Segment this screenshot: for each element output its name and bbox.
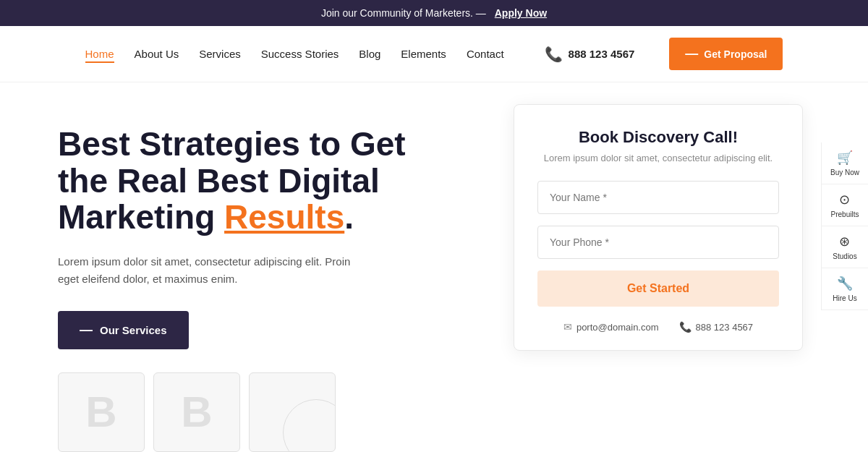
right-sidebar: 🛒 Buy Now ⊙ Prebuilts ⊛ Studios 🔧 Hire U… (821, 142, 868, 310)
name-input[interactable] (537, 181, 779, 214)
get-started-button[interactable]: Get Started (537, 270, 779, 307)
sidebar-prebuilts-label: Prebuilts (831, 210, 859, 218)
form-footer: ✉ porto@domain.com 📞 888 123 4567 (537, 321, 779, 333)
hero-title: Best Strategies to Get the Real Best Dig… (58, 126, 441, 236)
services-dash: — (80, 323, 93, 338)
sidebar-studios-label: Studios (833, 252, 856, 260)
cart-icon: 🛒 (837, 150, 853, 166)
our-services-button[interactable]: — Our Services (58, 311, 189, 349)
sidebar-buy-label: Buy Now (830, 169, 859, 176)
phone-icon: 📞 (545, 46, 563, 63)
footer-phone-text: 888 123 4567 (696, 322, 754, 333)
services-label: Our Services (100, 324, 167, 336)
email-icon: ✉ (563, 321, 572, 333)
navbar: Home About Us Services Success Stories B… (0, 26, 868, 82)
footer-email: ✉ porto@domain.com (563, 321, 659, 333)
footer-email-text: porto@domain.com (576, 322, 659, 333)
footer-phone-icon: 📞 (679, 321, 692, 333)
nav-success[interactable]: Success Stories (261, 48, 339, 60)
sidebar-studios[interactable]: ⊛ Studios (822, 226, 868, 268)
thumb-3 (249, 372, 336, 452)
thumb-letter-2: B (181, 387, 212, 437)
discovery-form-card: Book Discovery Call! Lorem ipsum dolor s… (514, 104, 803, 351)
nav-contact[interactable]: Contact (467, 48, 504, 60)
form-subtitle: Lorem ipsum dolor sit amet, consectetur … (537, 153, 779, 163)
sidebar-buy-now[interactable]: 🛒 Buy Now (822, 142, 868, 184)
banner-text: Join our Community of Marketers. (321, 7, 473, 19)
hire-us-icon: 🔧 (837, 276, 853, 291)
title-highlight: Results (224, 198, 344, 236)
banner-link[interactable]: Apply Now (495, 7, 547, 19)
sidebar-prebuilts[interactable]: ⊙ Prebuilts (822, 184, 868, 226)
nav-elements[interactable]: Elements (401, 48, 446, 60)
get-proposal-button[interactable]: — Get Proposal (669, 38, 783, 70)
nav-services[interactable]: Services (199, 48, 241, 60)
title-line2: the Real Best Digital (58, 162, 380, 200)
hero-section: Best Strategies to Get the Real Best Dig… (0, 82, 477, 452)
hero-description: Lorem ipsum dolor sit amet, consectetur … (58, 253, 362, 288)
nav-blog[interactable]: Blog (359, 48, 380, 60)
footer-phone: 📞 888 123 4567 (679, 321, 754, 333)
nav-phone: 📞 888 123 4567 (545, 46, 635, 63)
form-section: Book Discovery Call! Lorem ipsum dolor s… (477, 82, 868, 452)
top-banner: Join our Community of Marketers. — Apply… (0, 0, 868, 26)
phone-number: 888 123 4567 (569, 48, 635, 60)
main-content: Best Strategies to Get the Real Best Dig… (0, 82, 868, 452)
get-started-label: Get Started (627, 282, 689, 294)
sidebar-hire-us[interactable]: 🔧 Hire Us (822, 268, 868, 310)
studios-icon: ⊛ (839, 234, 850, 250)
sidebar-hire-label: Hire Us (833, 294, 856, 302)
title-line1: Best Strategies to Get (58, 125, 406, 163)
proposal-dash: — (685, 46, 698, 61)
title-line3: Marketing Results. (58, 198, 354, 236)
phone-input[interactable] (537, 226, 779, 259)
thumb-1: B (58, 372, 145, 452)
thumb-letter-1: B (85, 387, 116, 437)
nav-about[interactable]: About Us (135, 48, 179, 60)
nav-home[interactable]: Home (85, 48, 114, 63)
thumb-2: B (153, 372, 240, 452)
banner-separator: — (476, 7, 486, 19)
proposal-label: Get Proposal (704, 48, 767, 60)
form-title: Book Discovery Call! (537, 128, 779, 147)
thumbnail-row: B B (58, 372, 441, 452)
nav-links: Home About Us Services Success Stories B… (85, 48, 504, 61)
prebuilts-icon: ⊙ (839, 192, 850, 208)
